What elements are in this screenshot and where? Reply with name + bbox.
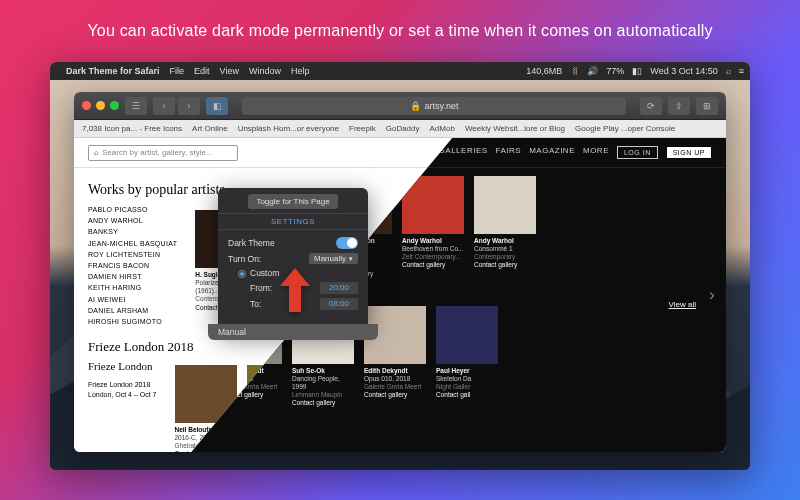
safari-window: ☰ ‹ › ◧ 🔒 artsy.net ⟳ ⇪ ⊞ 7,038 Icon pa.… [74, 92, 726, 452]
artist-link[interactable]: BANKSY [88, 226, 177, 237]
from-label: From: [250, 283, 272, 293]
settings-heading: SETTINGS [218, 213, 368, 230]
fav-item[interactable]: 7,038 Icon pa... - Free Icons [82, 124, 182, 133]
carousel-next-icon[interactable]: › [702, 280, 722, 310]
artist-link[interactable]: DANIEL ARSHAM [88, 305, 177, 316]
card-t1: Andy Warhol [402, 237, 464, 245]
tabs-button[interactable]: ⊞ [696, 97, 718, 115]
turn-on-select[interactable]: Manually [309, 253, 358, 264]
promo-stage: You can activate dark mode permanently o… [0, 0, 800, 500]
notifications-icon[interactable]: ≡ [739, 66, 744, 76]
menu-help[interactable]: Help [291, 66, 310, 76]
card-t4: Contact gallery [364, 391, 426, 399]
artwork-card[interactable]: Paul HeyerSkeleton DaNight GallerContact… [436, 306, 498, 408]
fair-sub: Frieze London 2018 [88, 380, 157, 390]
menu-view[interactable]: View [220, 66, 239, 76]
toggle-page-button[interactable]: Toggle for This Page [248, 194, 337, 209]
menu-file[interactable]: File [170, 66, 185, 76]
headline-text: You can activate dark mode permanently o… [0, 22, 800, 40]
reload-button[interactable]: ⟳ [640, 97, 662, 115]
macos-menubar: Dark Theme for Safari File Edit View Win… [50, 62, 750, 80]
clock: Wed 3 Oct 14:50 [650, 66, 717, 76]
card-t1: Suh Se-Ok [292, 367, 354, 375]
artist-link[interactable]: FRANCIS BACON [88, 260, 177, 271]
back-button[interactable]: ‹ [153, 97, 175, 115]
artist-link[interactable]: JEAN-MICHEL BASQUIAT [88, 238, 177, 249]
artist-link[interactable]: HIROSHI SUGIMOTO [88, 316, 177, 327]
menu-edit[interactable]: Edit [194, 66, 210, 76]
fav-item[interactable]: Art Online [192, 124, 228, 133]
artwork-thumbnail [474, 176, 536, 234]
card-t4: Contact gallery [474, 261, 536, 269]
fair-name: Frieze London [88, 359, 157, 374]
card-t3: Galerie Greta Meert [364, 383, 426, 391]
address-bar[interactable]: 🔒 artsy.net [242, 97, 626, 115]
page-content: ⌕Search by artist, gallery, style... Wor… [74, 138, 726, 452]
artwork-card[interactable]: Andy WarholConsommé 1ContemporaryContact… [474, 176, 536, 278]
sidebar-button[interactable]: ☰ [125, 97, 147, 115]
card-t4: Contact gallery [402, 261, 464, 269]
manual-option[interactable]: Manual [208, 324, 378, 340]
card-t2: Beethoven from Co... [402, 245, 464, 253]
card-t4: Contact gall [436, 391, 498, 399]
app-name[interactable]: Dark Theme for Safari [66, 66, 160, 76]
spotlight-icon[interactable]: ⌕ [726, 66, 731, 76]
artwork-card[interactable]: Andy WarholBeethoven from Co...Zeit Cont… [402, 176, 464, 278]
lock-icon: 🔒 [410, 101, 421, 111]
share-button[interactable]: ⇪ [668, 97, 690, 115]
view-all-link[interactable]: View all [669, 300, 696, 309]
forward-button[interactable]: › [178, 97, 200, 115]
close-button[interactable] [82, 101, 91, 110]
menu-window[interactable]: Window [249, 66, 281, 76]
fav-item[interactable]: Freepik [349, 124, 376, 133]
battery-icon: ▮▯ [632, 66, 642, 76]
window-controls [82, 101, 119, 110]
dark-theme-toggle[interactable] [336, 237, 358, 249]
artist-list: PABLO PICASSOANDY WARHOLBANKSYJEAN-MICHE… [88, 204, 177, 327]
artist-link[interactable]: ROY LICHTENSTEIN [88, 249, 177, 260]
artist-link[interactable]: KEITH HARING [88, 282, 177, 293]
to-label: To: [250, 299, 261, 309]
card-t2: Consommé 1 [474, 245, 536, 253]
custom-label: Custom [250, 268, 279, 278]
card-t3: Night Galler [436, 383, 498, 391]
fav-item[interactable]: Weekly Websit...lore or Blog [465, 124, 565, 133]
card-t3: Lehmann Maupin [292, 391, 354, 399]
card-t3: Contemporary [474, 253, 536, 261]
from-time-input[interactable]: 20:00 [320, 282, 358, 294]
frieze-meta: Frieze London Frieze London 2018 London,… [88, 359, 157, 452]
artist-link[interactable]: PABLO PICASSO [88, 204, 177, 215]
callout-arrow-icon [280, 268, 310, 316]
card-t3: Zeit Contemporary... [402, 253, 464, 261]
menubar-status: 140,6MB ⧛ 🔊 77% ▮▯ Wed 3 Oct 14:50 ⌕ ≡ [526, 66, 744, 76]
memory-status: 140,6MB [526, 66, 562, 76]
minimize-button[interactable] [96, 101, 105, 110]
custom-radio[interactable] [238, 270, 246, 278]
dark-theme-label: Dark Theme [228, 238, 275, 248]
fav-item[interactable]: Google Play ...oper Console [575, 124, 675, 133]
card-t4: Contact gallery [292, 399, 354, 407]
artist-link[interactable]: DAMIEN HIRST [88, 271, 177, 282]
maximize-button[interactable] [110, 101, 119, 110]
volume-icon[interactable]: 🔊 [587, 66, 598, 76]
card-t2: Skeleton Da [436, 375, 498, 383]
safari-toolbar: ☰ ‹ › ◧ 🔒 artsy.net ⟳ ⇪ ⊞ [74, 92, 726, 120]
artist-link[interactable]: AI WEIWEI [88, 294, 177, 305]
turn-on-label: Turn On: [228, 254, 261, 264]
artwork-thumbnail [436, 306, 498, 364]
card-t1: Andy Warhol [474, 237, 536, 245]
address-text: artsy.net [425, 101, 459, 111]
fav-item[interactable]: GoDaddy [386, 124, 420, 133]
card-t2: Opus 010, 2018 [364, 375, 426, 383]
card-t1: Paul Heyer [436, 367, 498, 375]
fav-item[interactable]: Unsplash Hom...or everyone [238, 124, 339, 133]
favorites-bar: 7,038 Icon pa... - Free Icons Art Online… [74, 120, 726, 138]
card-t2: Dancing People, 1999 [292, 375, 354, 391]
wifi-icon[interactable]: ⧛ [570, 66, 579, 76]
fair-dates: London, Oct 4 – Oct 7 [88, 390, 157, 400]
fav-item[interactable]: AdMob [430, 124, 455, 133]
extension-button[interactable]: ◧ [206, 97, 228, 115]
to-time-input[interactable]: 08:00 [320, 298, 358, 310]
artwork-card[interactable]: Edith DekyndtOpus 010, 2018Galerie Greta… [364, 306, 426, 408]
artist-link[interactable]: ANDY WARHOL [88, 215, 177, 226]
